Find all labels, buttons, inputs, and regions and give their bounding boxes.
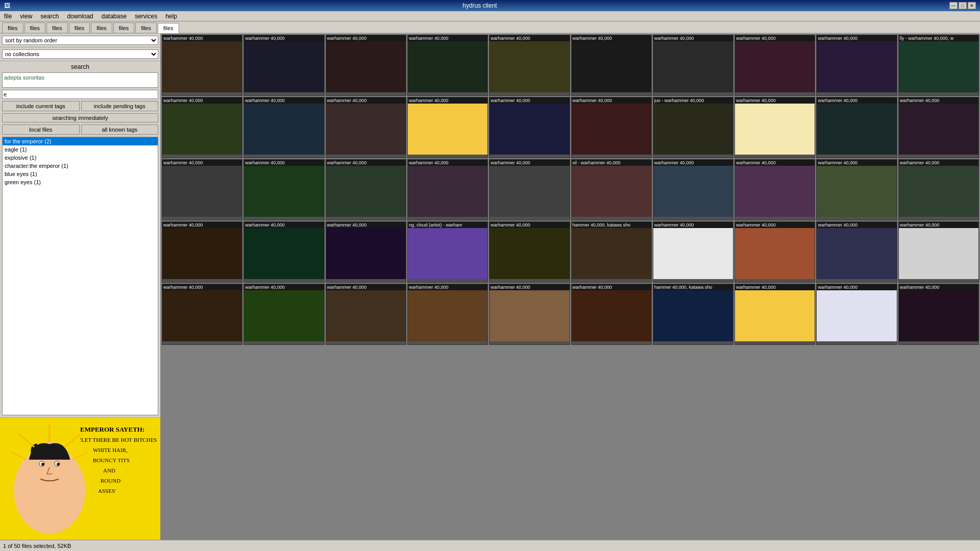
thumbnail-cell[interactable]: warhammer 40,000 — [243, 97, 324, 158]
thumbnail-cell[interactable]: warhammer 40,000 — [489, 35, 570, 96]
include-pending-tags-button[interactable]: include pending tags — [81, 101, 159, 111]
thumbnail-image — [244, 290, 324, 341]
thumbnail-label: warhammer 40,000 — [735, 222, 815, 228]
thumbnail-image — [735, 41, 815, 92]
thumbnail-cell[interactable]: warhammer 40,000 — [734, 97, 815, 158]
tab-1[interactable]: files — [24, 22, 46, 33]
thumbnail-cell[interactable]: warhammer 40,000 — [898, 97, 979, 158]
thumbnail-cell[interactable]: hammer 40,000, katawa sho — [571, 221, 652, 283]
thumbnail-cell[interactable]: xil - warhammer 40,000 — [571, 159, 652, 220]
thumbnail-cell[interactable]: warhammer 40,000 — [734, 35, 815, 96]
tab-5[interactable]: files — [113, 22, 135, 33]
thumbnail-image — [817, 290, 896, 341]
thumbnail-label: xil - warhammer 40,000 — [572, 160, 651, 166]
thumbnail-cell[interactable]: juo - warhammer 40,000 — [653, 97, 733, 158]
thumbnail-label: warhammer 40,000 — [899, 222, 978, 228]
search-input[interactable] — [2, 90, 158, 99]
tag-display[interactable]: adepta sororitas — [2, 72, 158, 88]
menu-item-download[interactable]: download — [65, 12, 95, 20]
thumbnail-cell[interactable]: warhammer 40,000 — [816, 35, 897, 96]
svg-text:EMPEROR SAYETH:: EMPEROR SAYETH: — [80, 425, 144, 433]
thumbnail-cell[interactable]: warhammer 40,000 — [489, 284, 570, 345]
menu-item-view[interactable]: view — [18, 12, 34, 20]
menu-item-help[interactable]: help — [163, 12, 179, 20]
thumbnail-label: warhammer 40,000 — [326, 160, 406, 166]
tab-6[interactable]: files — [135, 22, 157, 33]
thumbnail-cell[interactable]: warhammer 40,000 — [162, 221, 242, 283]
minimize-button[interactable]: — — [949, 2, 958, 9]
menu-item-search[interactable]: search — [38, 12, 61, 20]
thumbnail-cell[interactable]: warhammer 40,000 — [816, 159, 897, 220]
thumbnail-label: warhammer 40,000 — [572, 284, 651, 290]
tab-0[interactable]: files — [2, 22, 23, 33]
thumbnail-cell[interactable]: warhammer 40,000 — [571, 284, 652, 345]
menu-item-database[interactable]: database — [100, 12, 129, 20]
local-files-button[interactable]: local files — [2, 124, 80, 135]
thumbnail-cell[interactable]: warhammer 40,000 — [243, 159, 324, 220]
tag-list-item[interactable]: blue eyes (1) — [3, 170, 158, 178]
thumbnail-cell[interactable]: warhammer 40,000 — [326, 221, 406, 283]
thumbnail-cell[interactable]: warhammer 40,000 — [734, 159, 815, 220]
thumbnail-cell[interactable]: warhammer 40,000 — [898, 159, 979, 220]
maximize-button[interactable]: □ — [959, 2, 967, 9]
thumbnail-cell[interactable]: warhammer 40,000 — [653, 221, 733, 283]
thumbnail-cell[interactable]: warhammer 40,000 — [326, 35, 406, 96]
tab-7[interactable]: files — [158, 23, 179, 33]
thumbnail-cell[interactable]: warhammer 40,000 — [489, 221, 570, 283]
thumbnail-label: warhammer 40,000 — [244, 222, 324, 228]
thumbnail-cell[interactable]: warhammer 40,000 — [653, 159, 733, 220]
thumbnail-label: warhammer 40,000 — [817, 222, 896, 228]
thumbnail-cell[interactable]: warhammer 40,000 — [407, 97, 488, 158]
thumbnail-cell[interactable]: warhammer 40,000 — [898, 221, 979, 283]
thumbnail-cell[interactable]: warhammer 40,000 — [243, 221, 324, 283]
tag-list-item[interactable]: for the emperor (2) — [3, 137, 158, 145]
thumbnail-label: warhammer 40,000 — [817, 35, 896, 41]
thumbnail-cell[interactable]: warhammer 40,000 — [653, 35, 733, 96]
thumbnail-cell[interactable]: warhammer 40,000 — [734, 221, 815, 283]
tag-list-item[interactable]: character:the emperor (1) — [3, 162, 158, 170]
tag-list-item[interactable]: eagle (1) — [3, 145, 158, 154]
thumbnail-image — [408, 290, 487, 341]
thumbnail-cell[interactable]: warhammer 40,000 — [162, 284, 242, 345]
close-button[interactable]: ✕ — [968, 2, 976, 9]
thumbnail-cell[interactable]: warhammer 40,000 — [407, 159, 488, 220]
search-label: search — [2, 63, 158, 70]
thumbnail-image — [326, 290, 406, 341]
thumbnail-cell[interactable]: warhammer 40,000 — [571, 35, 652, 96]
tab-4[interactable]: files — [91, 22, 112, 33]
thumbnail-cell[interactable]: warhammer 40,000 — [489, 159, 570, 220]
thumbnail-cell[interactable]: warhammer 40,000 — [816, 97, 897, 158]
thumbnail-cell[interactable]: warhammer 40,000 — [326, 159, 406, 220]
tag-list-item[interactable]: explosive (1) — [3, 154, 158, 162]
thumbnail-cell[interactable]: warhammer 40,000 — [407, 35, 488, 96]
thumbnail-label: warhammer 40,000 — [735, 284, 815, 290]
menu-item-file[interactable]: file — [2, 12, 14, 20]
thumbnail-cell[interactable]: warhammer 40,000 — [326, 284, 406, 345]
thumbnail-cell[interactable]: hammer 40,000, katawa sho — [653, 284, 733, 345]
collections-select[interactable]: no collections — [2, 49, 158, 59]
thumbnail-cell[interactable]: warhammer 40,000 — [816, 284, 897, 345]
thumbnail-cell[interactable]: lly - warhammer 40,000, w — [898, 35, 979, 96]
thumbnail-cell[interactable]: warhammer 40,000 — [162, 159, 242, 220]
thumbnail-cell[interactable]: ng, cloud (artist) - warham — [407, 221, 488, 283]
all-known-tags-button[interactable]: all known tags — [81, 124, 159, 135]
thumbnail-cell[interactable]: warhammer 40,000 — [489, 97, 570, 158]
thumbnail-cell[interactable]: warhammer 40,000 — [162, 97, 242, 158]
file-buttons: local files all known tags — [2, 124, 158, 135]
thumbnail-cell[interactable]: warhammer 40,000 — [734, 284, 815, 345]
menu-item-services[interactable]: services — [133, 12, 159, 20]
thumbnail-cell[interactable]: warhammer 40,000 — [326, 97, 406, 158]
tab-2[interactable]: files — [46, 22, 68, 33]
tab-3[interactable]: files — [69, 22, 90, 33]
thumbnail-label: warhammer 40,000 — [653, 35, 733, 41]
thumbnail-cell[interactable]: warhammer 40,000 — [816, 221, 897, 283]
tag-list-item[interactable]: green eyes (1) — [3, 178, 158, 186]
sort-select[interactable]: sort by random ordersort by file sizesor… — [2, 36, 158, 45]
thumbnail-cell[interactable]: warhammer 40,000 — [407, 284, 488, 345]
thumbnail-cell[interactable]: warhammer 40,000 — [898, 284, 979, 345]
include-current-tags-button[interactable]: include current tags — [2, 101, 80, 111]
thumbnail-cell[interactable]: warhammer 40,000 — [571, 97, 652, 158]
thumbnail-cell[interactable]: warhammer 40,000 — [243, 35, 324, 96]
thumbnail-cell[interactable]: warhammer 40,000 — [162, 35, 242, 96]
thumbnail-cell[interactable]: warhammer 40,000 — [243, 284, 324, 345]
